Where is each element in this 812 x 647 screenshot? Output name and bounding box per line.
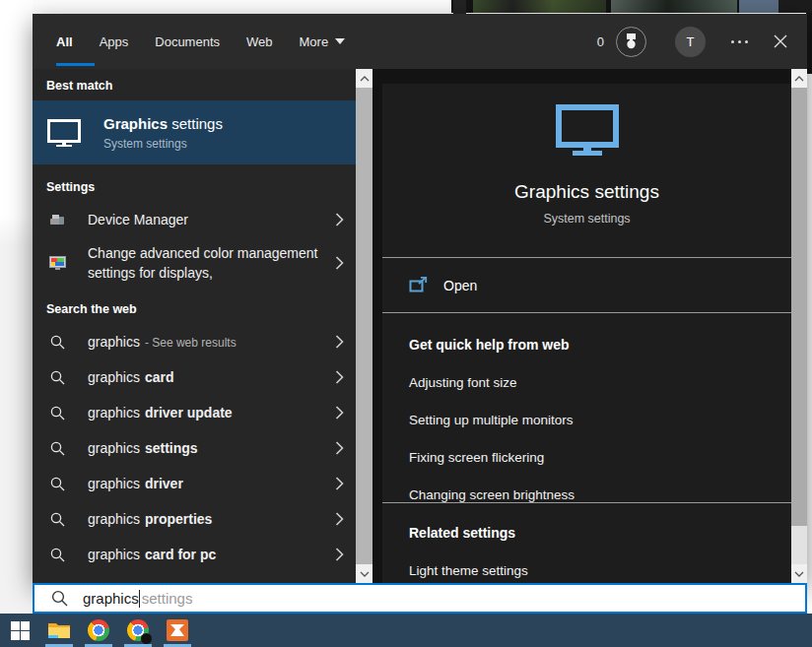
suggestion-text: graphics- See web results xyxy=(88,334,330,350)
scroll-down-icon[interactable] xyxy=(791,564,807,583)
search-icon xyxy=(46,477,68,491)
help-link[interactable]: Changing screen brightness xyxy=(409,487,791,502)
chevron-right-icon[interactable] xyxy=(330,477,344,490)
best-match-header: Best match xyxy=(33,69,356,100)
best-match-text: Graphics settings System settings xyxy=(103,115,223,151)
web-suggestion-row[interactable]: graphicssettings xyxy=(33,430,356,466)
scrollbar-track[interactable] xyxy=(791,526,807,564)
tab-documents[interactable]: Documents xyxy=(155,34,220,49)
preview-area: Graphics settings System settings Open xyxy=(372,69,807,583)
tab-apps[interactable]: Apps xyxy=(100,34,129,49)
results-panel: Best match Graphics settings System sett… xyxy=(33,69,356,583)
chevron-right-icon[interactable] xyxy=(330,548,344,561)
search-icon xyxy=(46,512,68,527)
result-color-management[interactable]: Change advanced color management setting… xyxy=(33,237,356,289)
chevron-right-icon[interactable] xyxy=(330,370,344,384)
web-suggestion-row[interactable]: graphicsdriver xyxy=(33,466,356,501)
suggestion-text: graphicssettings xyxy=(88,440,330,456)
search-input[interactable]: graphicssettings xyxy=(33,583,807,614)
web-suggestion-row[interactable]: graphicsproperties xyxy=(33,501,356,537)
tab-more-label: More xyxy=(300,34,329,49)
mail-app-button[interactable] xyxy=(161,614,194,647)
search-flyout: All Apps Documents Web More 0 xyxy=(33,14,807,583)
search-suggestion-ghost: settings xyxy=(142,590,193,607)
background-thumbnail xyxy=(473,0,606,13)
mail-app-icon xyxy=(167,619,188,641)
result-device-manager[interactable]: Device Manager xyxy=(33,202,356,237)
chrome-icon xyxy=(88,619,109,641)
close-icon[interactable] xyxy=(774,34,787,48)
web-suggestion-row[interactable]: graphicscard for pc xyxy=(33,537,356,572)
best-match-result[interactable]: Graphics settings System settings xyxy=(33,100,356,164)
related-settings-section: Related settings Light theme settings xyxy=(382,502,791,583)
tab-all[interactable]: All xyxy=(56,34,73,49)
file-explorer-icon xyxy=(47,620,71,640)
search-icon xyxy=(51,590,68,607)
rewards-count: 0 xyxy=(597,34,604,49)
search-web-header: Search the web xyxy=(33,289,356,324)
windows-logo-icon xyxy=(11,621,30,640)
query-highlight: Graphics xyxy=(103,115,168,132)
background-panel xyxy=(778,0,812,13)
scroll-up-icon[interactable] xyxy=(791,69,807,88)
profile-badge xyxy=(141,633,152,644)
filter-tabs: All Apps Documents Web More xyxy=(56,34,345,49)
preview-title: Graphics settings xyxy=(514,181,659,203)
text-cursor xyxy=(139,590,140,608)
chrome-button[interactable] xyxy=(82,614,115,647)
web-suggestion-row[interactable]: graphics- See web results xyxy=(33,324,356,359)
best-match-subtitle: System settings xyxy=(103,137,223,151)
chevron-right-icon[interactable] xyxy=(330,441,344,455)
background-thumbnail xyxy=(611,0,737,13)
chevron-right-icon[interactable] xyxy=(330,406,344,420)
related-link[interactable]: Light theme settings xyxy=(409,563,791,578)
quick-help-header: Get quick help from web xyxy=(409,337,791,353)
user-avatar[interactable]: T xyxy=(675,27,706,57)
open-label: Open xyxy=(443,278,477,293)
chevron-right-icon[interactable] xyxy=(330,256,344,270)
search-icon xyxy=(46,441,68,456)
chevron-right-icon[interactable] xyxy=(330,512,344,526)
preview-card: Graphics settings System settings Open xyxy=(382,84,791,583)
tab-web[interactable]: Web xyxy=(246,34,273,49)
preview-subtitle: System settings xyxy=(543,212,630,226)
search-icon xyxy=(46,406,68,421)
background-thumbnail xyxy=(739,0,778,13)
suggestion-text: graphicsproperties xyxy=(88,511,330,527)
start-button[interactable] xyxy=(3,614,36,647)
search-query-text: graphics xyxy=(83,590,139,607)
open-action[interactable]: Open xyxy=(382,257,791,313)
more-options-icon[interactable] xyxy=(731,40,748,43)
scrollbar-thumb[interactable] xyxy=(356,88,372,564)
scroll-down-icon[interactable] xyxy=(356,564,372,583)
help-link[interactable]: Setting up multiple monitors xyxy=(409,413,791,427)
web-suggestion-row[interactable]: graphicscard xyxy=(33,359,356,395)
scrollbar-thumb[interactable] xyxy=(791,88,807,526)
monitor-icon xyxy=(46,119,82,147)
right-scrollbar[interactable] xyxy=(791,69,807,583)
open-external-icon xyxy=(409,277,428,293)
chevron-right-icon[interactable] xyxy=(330,213,344,226)
chevron-right-icon[interactable] xyxy=(330,335,344,349)
active-tab-underline xyxy=(56,63,95,66)
quick-help-section: Get quick help from web Adjusting font s… xyxy=(382,313,791,502)
search-icon xyxy=(46,335,68,350)
settings-header: Settings xyxy=(33,164,356,202)
device-manager-icon xyxy=(46,213,68,226)
chrome-profile-button[interactable] xyxy=(121,614,155,647)
best-match-title: Graphics settings xyxy=(103,115,223,132)
file-explorer-button[interactable] xyxy=(42,614,76,647)
help-link[interactable]: Adjusting font size xyxy=(409,375,791,390)
background-page xyxy=(0,0,33,614)
help-link[interactable]: Fixing screen flickering xyxy=(409,450,791,465)
rewards-medal-icon[interactable] xyxy=(616,27,646,57)
result-label: Change advanced color management setting… xyxy=(88,237,330,289)
header-controls: 0 T xyxy=(597,27,787,57)
tab-more[interactable]: More xyxy=(300,34,346,49)
web-suggestion-row[interactable]: graphicsdriver update xyxy=(33,395,356,430)
color-management-icon xyxy=(46,256,68,271)
taskbar xyxy=(0,614,812,647)
left-scrollbar[interactable] xyxy=(356,69,372,583)
search-header: All Apps Documents Web More 0 xyxy=(33,14,807,69)
scroll-up-icon[interactable] xyxy=(356,69,372,88)
